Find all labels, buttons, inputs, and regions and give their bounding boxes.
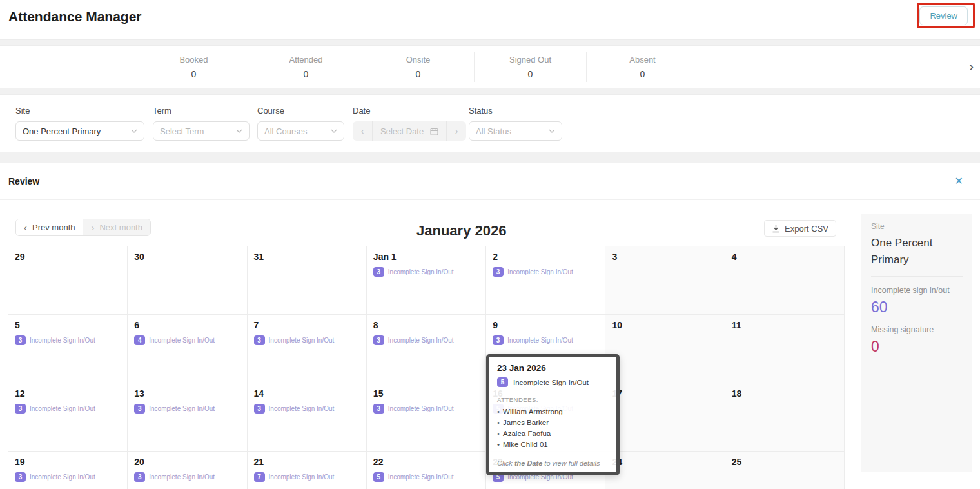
calendar-month-title: January 2026 [416,223,506,239]
badge-label: Incomplete Sign In/Out [388,337,454,344]
badge-label: Incomplete Sign In/Out [269,405,335,412]
calendar-day-cell[interactable]: 83Incomplete Sign In/Out [367,315,486,383]
attendee-item: •William Armstrong [497,406,609,417]
badge-label: Incomplete Sign In/Out [507,337,573,344]
calendar-day-cell[interactable]: 64Incomplete Sign In/Out [128,315,247,383]
date-placeholder: Select Date [380,126,424,136]
calendar-day-number[interactable]: 8 [373,320,479,330]
calendar-day-cell[interactable]: 53Incomplete Sign In/Out [8,315,128,383]
calendar-day-cell[interactable]: Jan 13Incomplete Sign In/Out [367,246,486,315]
calendar-day-number[interactable]: 12 [15,388,121,399]
tooltip-badge-row: 5 Incomplete Sign In/Out [497,377,609,387]
calendar-day-cell[interactable]: 31 [248,246,367,315]
calendar-day-cell[interactable]: 73Incomplete Sign In/Out [248,315,367,383]
chevron-right-icon[interactable]: › [969,60,974,74]
stat-label: Attended [250,55,362,65]
site-select[interactable]: One Percent Primary [15,121,144,141]
review-button[interactable]: Review [919,6,968,25]
calendar-day-number[interactable]: 4 [732,252,838,262]
site-label: Site [15,106,144,115]
calendar-day-number[interactable]: 21 [254,457,360,467]
date-next-button[interactable]: › [447,121,466,141]
prev-month-button[interactable]: ‹ Prev month [16,219,83,235]
stat-item: Signed Out0 [475,55,586,79]
calendar-day-number[interactable]: 22 [373,457,479,467]
calendar-day-number[interactable]: 29 [15,252,121,262]
count-badge: 3 [134,472,145,482]
calendar-day-cell[interactable]: 11 [725,315,845,383]
divider [871,276,963,277]
attendee-name: James Barker [503,417,549,428]
bullet: • [497,406,500,417]
date-prev-button[interactable]: ‹ [353,121,372,141]
count-badge: 3 [134,404,145,414]
incomplete-badge-row: 3Incomplete Sign In/Out [493,267,598,277]
calendar-day-cell[interactable]: 133Incomplete Sign In/Out [128,383,247,452]
calendar-day-cell[interactable]: 4 [725,246,845,315]
stat-item: Absent0 [587,55,698,79]
calendar-day-cell[interactable]: 217Incomplete Sign In/Out [248,452,367,489]
calendar-day-number[interactable]: 15 [373,388,479,399]
calendar-day-number[interactable]: 7 [254,320,360,330]
calendar-day-number[interactable]: 25 [732,457,838,467]
calendar-day-number[interactable]: 6 [134,320,240,330]
incomplete-badge-row: 7Incomplete Sign In/Out [254,472,360,482]
count-badge: 5 [373,472,384,482]
calendar-day-number[interactable]: 20 [134,457,240,467]
close-icon[interactable]: ✕ [955,175,963,187]
calendar-day-number[interactable]: 24 [612,457,718,467]
attendee-item: •James Barker [497,417,609,428]
calendar-day-cell[interactable]: 225Incomplete Sign In/Out [367,452,486,489]
date-label: Date [353,106,466,115]
calendar-day-cell[interactable]: 193Incomplete Sign In/Out [8,452,128,489]
calendar-day-number[interactable]: 9 [493,320,598,330]
calendar-day-cell[interactable]: 29 [8,246,128,315]
filter-date: Date ‹ Select Date › [353,106,466,141]
calendar-day-number[interactable]: 31 [254,252,360,262]
count-badge: 3 [254,335,265,345]
calendar-day-cell[interactable]: 18 [725,383,845,452]
calendar-day-cell[interactable]: 24 [605,452,725,489]
calendar-day-cell[interactable]: 10 [605,315,725,383]
calendar-day-cell[interactable]: 23Incomplete Sign In/Out [486,246,605,315]
date-picker-group: ‹ Select Date › [353,121,466,141]
month-nav: ‹ Prev month › Next month [15,219,151,236]
badge-label: Incomplete Sign In/Out [269,474,335,481]
calendar-day-number[interactable]: 14 [254,388,360,399]
calendar-day-number[interactable]: 11 [732,320,838,330]
calendar-day-cell[interactable]: 3 [605,246,725,315]
term-select[interactable]: Select Term [153,121,250,141]
attendee-name: William Armstrong [503,406,563,417]
course-select-value: All Courses [264,126,307,136]
incomplete-badge-row: 3Incomplete Sign In/Out [373,267,479,277]
calendar-day-cell[interactable]: 17 [605,383,725,452]
calendar-day-cell[interactable]: 123Incomplete Sign In/Out [8,383,128,452]
calendar-day-cell[interactable]: 153Incomplete Sign In/Out [367,383,486,452]
badge-label: Incomplete Sign In/Out [388,268,454,275]
calendar-day-cell[interactable]: 203Incomplete Sign In/Out [128,452,247,489]
calendar-day-number[interactable]: 2 [493,252,598,262]
calendar-day-number[interactable]: 19 [15,457,121,467]
calendar-day-number[interactable]: 10 [612,320,718,330]
calendar-day-number[interactable]: 18 [732,388,838,399]
calendar-day-number[interactable]: Jan 1 [373,252,479,262]
calendar-day-cell[interactable]: 30 [128,246,247,315]
calendar-day-number[interactable]: 17 [612,388,718,399]
review-panel-header: Review ✕ [0,163,980,200]
calendar-day-cell[interactable]: 25 [725,452,845,489]
calendar-day-number[interactable]: 30 [134,252,240,262]
tooltip-footer: Click the Date to view full details [497,459,609,467]
calendar-day-number[interactable]: 13 [134,388,240,399]
export-csv-button[interactable]: Export CSV [764,220,836,237]
incomplete-badge-row: 5Incomplete Sign In/Out [373,472,479,482]
course-select[interactable]: All Courses [257,121,344,141]
date-select-field[interactable]: Select Date [372,121,447,141]
review-panel: Review ✕ ‹ Prev month › Next month Janua… [0,163,980,489]
status-select[interactable]: All Status [469,121,562,141]
calendar-day-number[interactable]: 3 [612,252,718,262]
next-month-button[interactable]: › Next month [83,219,150,235]
site-summary-card: Site One Percent Primary Incomplete sign… [861,214,972,472]
calendar-day-cell[interactable]: 143Incomplete Sign In/Out [248,383,367,452]
calendar-day-number[interactable]: 5 [15,320,121,330]
bullet: • [497,417,500,428]
